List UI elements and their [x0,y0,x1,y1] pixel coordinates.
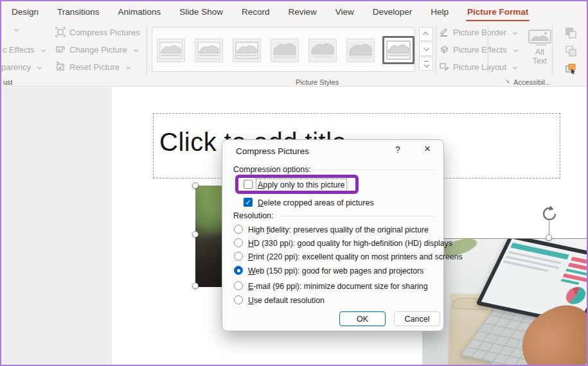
chevron-down-icon [423,46,429,51]
transparency-button[interactable]: parency [1,62,41,72]
picture-styles-gallery [152,27,415,72]
chevron-down-icon [41,48,46,52]
chevron-down-icon [37,65,42,69]
artistic-effects-button[interactable]: c Effects [3,45,45,55]
radio-web[interactable] [234,266,243,275]
rotate-handle-stem [549,221,549,235]
radio-hd[interactable] [234,238,243,247]
section-divider [312,170,434,170]
chevron-down-icon [134,47,138,51]
powerpoint-window: Design Transitions Animations Slide Show… [0,0,588,366]
picture-effects-label: Picture Effects [453,45,507,55]
picture-effects-icon [439,44,449,55]
radio-high-fidelity-label[interactable]: High fidelity: preserves quality of the … [248,225,429,234]
artistic-effects-label: c Effects [3,45,35,55]
change-picture-label: Change Picture [69,45,127,55]
dialog-help-button[interactable]: ? [391,144,405,157]
picture-effects-button[interactable]: Picture Effects [439,44,517,55]
selection-handle[interactable] [192,283,199,289]
bring-forward-icon[interactable] [566,28,576,39]
reset-picture-button[interactable]: Reset Picture [55,62,130,72]
tab-view[interactable]: View [335,7,354,17]
compress-pictures-icon [55,27,66,37]
picture-style-thumb[interactable] [271,39,299,62]
radio-print[interactable] [234,252,243,261]
picture-styles-group-label: Picture Styles [296,78,339,86]
chevron-down-icon [126,64,130,69]
reset-picture-icon [55,62,66,72]
alt-text-label-line1: Alt [519,48,560,57]
thumbnail-pane [1,87,112,365]
accessibility-group-label: Accessibil... [513,78,551,86]
chevron-down-icon[interactable] [12,28,18,31]
group-divider [488,26,488,74]
dialog-close-button[interactable]: × [419,143,436,158]
tab-developer[interactable]: Developer [373,7,413,17]
picture-style-thumb[interactable] [346,39,375,62]
apply-only-checkbox[interactable] [244,180,253,189]
gallery-more-icon [423,61,429,67]
delete-cropped-label[interactable]: Delete cropped areas of pictures [258,198,374,207]
alt-text-icon [528,30,551,48]
radio-high-fidelity[interactable] [234,225,243,234]
radio-default-resolution-label[interactable]: Use default resolution [248,296,325,305]
compress-pictures-dialog: Compress Pictures ? × Compression option… [222,139,444,331]
gallery-scroll-down-button[interactable] [419,42,433,56]
tab-animations[interactable]: Animations [118,7,161,17]
cancel-button[interactable]: Cancel [394,311,440,326]
radio-web-label[interactable]: Web (150 ppi): good for web pages and pr… [248,266,423,275]
selection-handle[interactable] [546,234,552,241]
compression-options-label: Compression options: [233,165,311,174]
tab-transitions[interactable]: Transitions [57,7,100,17]
delete-cropped-checkbox[interactable]: ✓ [244,198,253,207]
rotate-handle-icon[interactable] [541,205,558,222]
selection-pane-icon[interactable] [566,64,577,74]
radio-default-resolution[interactable] [234,295,243,304]
tab-design[interactable]: Design [12,7,39,17]
picture-layout-button[interactable]: Picture Layout [439,62,517,72]
picture-style-thumb[interactable] [308,39,337,62]
picture-style-thumb-selected[interactable] [382,36,414,64]
apply-only-label[interactable]: Apply only to this picture [258,180,345,189]
adjust-group-label: ust [3,78,13,86]
tab-record[interactable]: Record [242,7,270,17]
picture-style-thumb[interactable] [157,39,185,62]
change-picture-button[interactable]: Change Picture [55,44,138,55]
alt-text-label-line2: Text [519,57,560,65]
gallery-scroll-up-button[interactable] [419,27,433,41]
radio-email[interactable] [234,281,243,290]
tab-slide-show[interactable]: Slide Show [179,7,223,17]
send-backward-icon[interactable] [566,46,576,57]
picture-style-thumb[interactable] [233,39,261,62]
tab-review[interactable]: Review [288,7,316,17]
dialog-title: Compress Pictures [236,146,309,156]
compress-pictures-button[interactable]: Compress Pictures [55,27,140,37]
section-divider [280,216,434,216]
compress-pictures-label: Compress Pictures [69,28,140,37]
picture-layout-label: Picture Layout [453,62,506,72]
resolution-label: Resolution: [233,211,274,220]
chevron-down-icon [513,64,517,69]
accessibility-dialog-launcher-icon[interactable]: ↘ [504,77,510,84]
chevron-up-icon [423,31,428,37]
selection-handle[interactable] [192,231,199,238]
group-divider [552,26,553,74]
radio-hd-label[interactable]: HD (330 ppi): good quality for high-defi… [248,239,452,248]
picture-style-thumb[interactable] [195,39,223,62]
gallery-more-button[interactable] [419,57,433,71]
chevron-down-icon [513,47,518,51]
picture-layout-icon [439,62,449,72]
group-divider [147,26,147,74]
change-picture-icon [55,44,66,55]
ok-button[interactable]: OK [339,311,386,326]
tab-help[interactable]: Help [431,7,449,17]
tab-picture-format[interactable]: Picture Format [467,7,528,17]
radio-print-label[interactable]: Print (220 ppi): excellent quality on mo… [248,252,463,261]
picture-border-button[interactable]: Picture Border [439,27,517,37]
alt-text-button[interactable]: Alt Text [519,30,560,65]
chevron-down-icon [513,30,517,34]
selection-handle[interactable] [192,182,199,189]
picture-border-label: Picture Border [453,28,506,37]
transparency-label: parency [1,62,31,72]
radio-email-label[interactable]: E-mail (96 ppi): minimize document size … [248,282,428,291]
